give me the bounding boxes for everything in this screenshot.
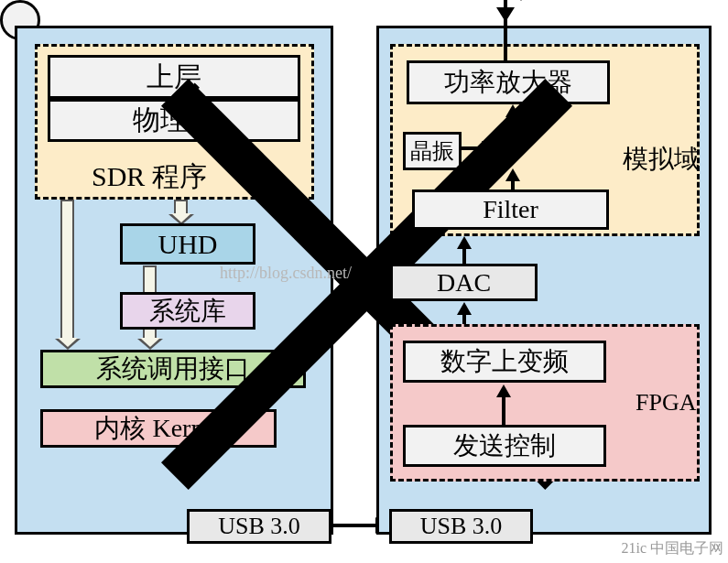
usb-right-box: USB 3.0 [389, 509, 533, 544]
analog-domain-label: 模拟域 [623, 142, 700, 177]
mixer-icon [0, 0, 40, 40]
sdr-architecture-diagram: 上层 物理层 SDR 程序 UHD 系统库 系统调用接口 内核 Kernel U… [0, 0, 728, 563]
dac-box: DAC [390, 264, 538, 301]
watermark-text: http://blog.csdn.net/ [220, 264, 352, 283]
fpga-label: FPGA [636, 389, 696, 417]
digital-upconverter-box: 数字上变频 [403, 341, 606, 383]
watermark-logo: 21ic 中国电子网 [621, 539, 723, 558]
tx-control-box: 发送控制 [403, 425, 606, 467]
filter-box: Filter [412, 189, 609, 230]
